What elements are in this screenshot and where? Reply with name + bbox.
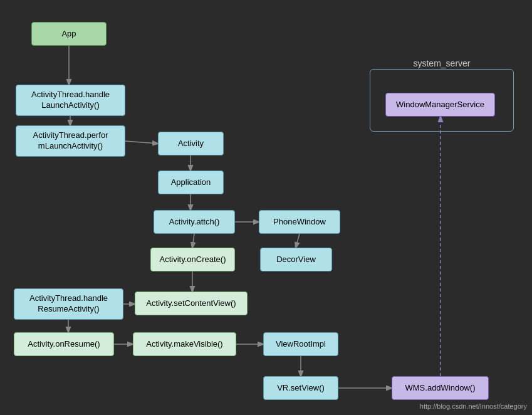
- perform-launch-node: ActivityThread.perfor mLaunchActivity(): [16, 125, 125, 157]
- activity-oncreate-node: Activity.onCreate(): [150, 248, 235, 271]
- wms-add-window-node: WMS.addWindow(): [392, 376, 489, 400]
- set-content-view-node: Activity.setContentView(): [135, 292, 248, 315]
- app-node: App: [31, 22, 107, 46]
- system-server-label: system_server: [413, 58, 470, 68]
- decor-view-node: DecorView: [260, 248, 332, 271]
- diagram: system_server: [0, 0, 532, 415]
- view-root-impl-node: ViewRootImpl: [263, 332, 338, 356]
- make-visible-node: Activity.makeVisible(): [133, 332, 236, 356]
- svg-line-7: [192, 234, 194, 248]
- activity-node: Activity: [158, 132, 224, 155]
- window-manager-service-node: WindowManagerService: [385, 93, 495, 117]
- activity-onresume-node: Activity.onResume(): [14, 332, 114, 356]
- application-node: Application: [158, 171, 224, 194]
- svg-line-2: [125, 141, 158, 144]
- vr-set-view-node: VR.setView(): [263, 376, 338, 400]
- activity-attach-node: Activity.attch(): [154, 210, 235, 234]
- watermark: http://blog.csdn.net/Innost/category: [420, 402, 527, 410]
- handle-resume-node: ActivityThread.handle ResumeActivity(): [14, 288, 123, 320]
- handle-launch-node: ActivityThread.handle LaunchActivity(): [16, 85, 125, 116]
- svg-line-6: [296, 234, 300, 248]
- phone-window-node: PhoneWindow: [259, 210, 340, 234]
